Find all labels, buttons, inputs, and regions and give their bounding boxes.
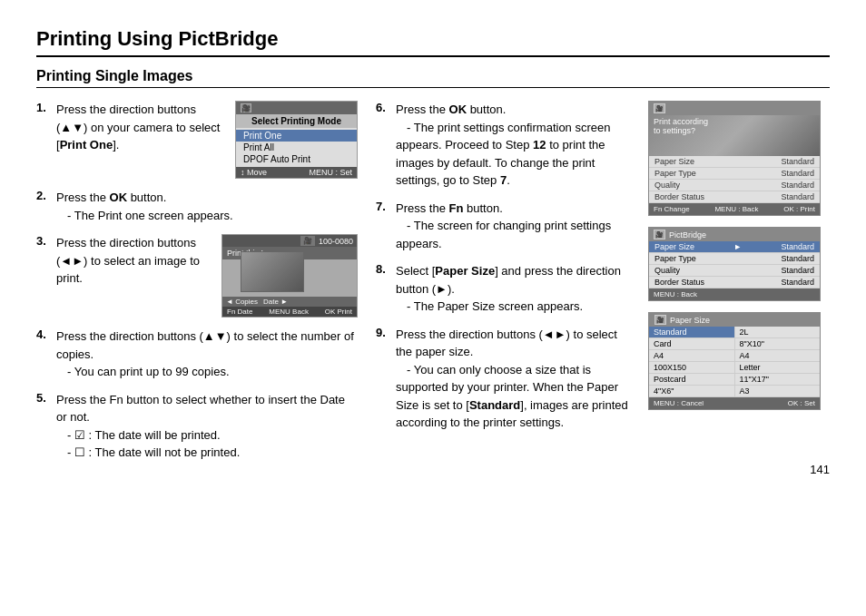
step-9: 9. Press the direction buttons (◄►) to s… [376, 326, 630, 432]
step-5-sub1: - ☑ : The date will be printed. [67, 428, 221, 442]
step-3-text: Press the direction buttons (◄►) to sele… [56, 234, 212, 288]
ps-cell-card[interactable]: Card [649, 338, 734, 350]
ps-cell-a3[interactable]: A3 [735, 386, 821, 397]
conf-footer-fn: Fn Change [654, 205, 690, 213]
conf-border-value: Standard [781, 192, 814, 201]
pb-paper-size-value: Standard [781, 242, 814, 251]
pictbridge-panel: 🎥 PictBridge Paper Size ► Standard Paper… [648, 227, 821, 301]
step-7: 7. Press the Fn button. - The screen for… [376, 200, 630, 253]
print-footer-back: MENU Back [269, 308, 309, 316]
ps-title: Paper Size [670, 316, 710, 325]
print-image-panel: 🎥 100-0080 Print this Image [221, 234, 358, 318]
pb-row-border[interactable]: Border Status Standard [649, 277, 820, 288]
pb-paper-size-label: Paper Size [654, 242, 694, 251]
step-6-sub: - The print settings confirmation screen… [396, 121, 610, 188]
step-8-sub: - The Paper Size screen appears. [407, 299, 583, 313]
print-cam-icon: 🎥 [300, 236, 315, 246]
main-title: Printing Using PictBridge [36, 27, 830, 57]
confirmation-panel-header: 🎥 [649, 102, 820, 115]
conf-paper-type-label: Paper Type [654, 169, 696, 178]
step-3-with-ui: Press the direction buttons (◄►) to sele… [56, 234, 358, 318]
step-4-text: Press the direction buttons (▲▼) to sele… [56, 328, 358, 381]
left-column: 1. Press the direction buttons (▲▼) on y… [36, 101, 358, 472]
panel-header: 🎥 [236, 102, 357, 114]
menu-print-all[interactable]: Print All [236, 142, 357, 153]
step-9-text: Press the direction buttons (◄►) to sele… [396, 326, 630, 432]
confirmation-rows: Paper Size Standard Paper Type Standard … [649, 156, 820, 203]
print-image-thumb [241, 251, 304, 292]
ps-cell-letter[interactable]: Letter [735, 362, 821, 374]
panel-body: Print One Print All DPOF Auto Print [236, 128, 357, 167]
panel-footer: ↕ Move MENU : Set [236, 167, 357, 178]
ps-cell-standard[interactable]: Standard [649, 327, 734, 338]
print-panel-header: 🎥 100-0080 [222, 235, 357, 247]
ps-cell-a4-r[interactable]: A4 [735, 350, 821, 362]
ps-cell-11x17[interactable]: 11"X17" [735, 374, 821, 386]
ps-header: 🎥 Paper Size [649, 313, 820, 327]
print-confirmation-panel: 🎥 Print accordingto settings? Paper Size… [648, 101, 821, 216]
ps-cell-100x150[interactable]: 100X150 [649, 362, 734, 374]
print-footer-fn: Fn Date [227, 308, 252, 316]
ps-cell-2l[interactable]: 2L [735, 327, 821, 338]
step-2-number: 2. [36, 189, 49, 202]
step-5-sub2: - ☐ : The date will not be printed. [67, 445, 240, 459]
conf-paper-size-value: Standard [781, 157, 814, 166]
conf-row-quality: Quality Standard [649, 180, 820, 191]
step-5: 5. Press the Fn button to select whether… [36, 391, 358, 462]
step-7-number: 7. [376, 200, 389, 213]
conf-row-paper-size: Paper Size Standard [649, 156, 820, 168]
pb-quality-value: Standard [781, 266, 814, 275]
menu-print-one[interactable]: Print One [236, 130, 357, 142]
pb-footer: MENU : Back [649, 288, 820, 300]
print-footer-print: OK Print [325, 308, 352, 316]
pb-header: 🎥 PictBridge [649, 228, 820, 241]
menu-dpof-auto[interactable]: DPOF Auto Print [236, 153, 357, 165]
pb-quality-label: Quality [654, 266, 680, 275]
ps-footer-cancel: MENU : Cancel [654, 399, 704, 407]
conf-quality-label: Quality [654, 181, 680, 190]
camera-icon: 🎥 [241, 103, 251, 112]
ps-cell-8x10[interactable]: 8"X10" [735, 338, 821, 350]
page-number: 141 [810, 463, 830, 476]
conf-row-paper-type: Paper Type Standard [649, 168, 820, 180]
step-6: 6. Press the OK button. - The print sett… [376, 101, 630, 190]
step-5-number: 5. [36, 391, 49, 405]
ps-footer-set: OK : Set [788, 399, 815, 407]
section-title: Printing Single Images [36, 68, 830, 88]
pb-paper-type-value: Standard [781, 254, 814, 263]
ps-cell-a4-l[interactable]: A4 [649, 350, 734, 362]
ps-footer: MENU : Cancel OK : Set [649, 397, 820, 409]
pb-row-paper-type[interactable]: Paper Type Standard [649, 253, 820, 265]
print-image-area: Print this Image [222, 247, 357, 297]
step-1-with-ui: Press the direction buttons (▲▼) on your… [56, 101, 358, 179]
step-2-sub: - The Print one screen appears. [67, 209, 233, 222]
conf-cam-icon: 🎥 [654, 103, 665, 113]
print-controls: ◄ Copies Date ► [222, 297, 357, 307]
pb-row-quality[interactable]: Quality Standard [649, 265, 820, 277]
pb-paper-type-label: Paper Type [654, 254, 696, 263]
conf-border-label: Border Status [654, 192, 704, 201]
step-4: 4. Press the direction buttons (▲▼) to s… [36, 328, 358, 381]
conf-footer-print: OK : Print [783, 205, 815, 213]
ps-right-col: 2L 8"X10" A4 Letter 11"X17" A3 [735, 327, 821, 397]
ps-cell-4x6[interactable]: 4"X6" [649, 386, 734, 397]
step-3-content: Press the direction buttons (◄►) to sele… [56, 234, 358, 318]
footer-move: ↕ Move [241, 168, 267, 177]
step-9-sub: - You can only choose a size that is sup… [396, 363, 628, 430]
date-label: Date ► [263, 298, 288, 306]
step-1-arrows: ▲▼ [60, 121, 84, 134]
select-printing-mode-panel: 🎥 Select Printing Mode Print One Print A… [235, 101, 358, 179]
print-image-number: 100-0080 [319, 237, 353, 246]
step-2-text: Press the OK button. - The Print one scr… [56, 189, 358, 224]
print-footer: Fn Date MENU Back OK Print [222, 307, 357, 317]
ps-cell-postcard[interactable]: Postcard [649, 374, 734, 386]
footer-set: MENU : Set [309, 168, 352, 177]
step-8-number: 8. [376, 262, 389, 276]
conf-quality-value: Standard [781, 181, 814, 190]
step-8: 8. Select [Paper Size] and press the dir… [376, 262, 630, 316]
content-area: 1. Press the direction buttons (▲▼) on y… [36, 101, 830, 472]
conf-row-border: Border Status Standard [649, 191, 820, 203]
pb-row-paper-size[interactable]: Paper Size ► Standard [649, 241, 820, 253]
step-9-number: 9. [376, 326, 389, 339]
step-7-text: Press the Fn button. - The screen for ch… [396, 200, 630, 253]
